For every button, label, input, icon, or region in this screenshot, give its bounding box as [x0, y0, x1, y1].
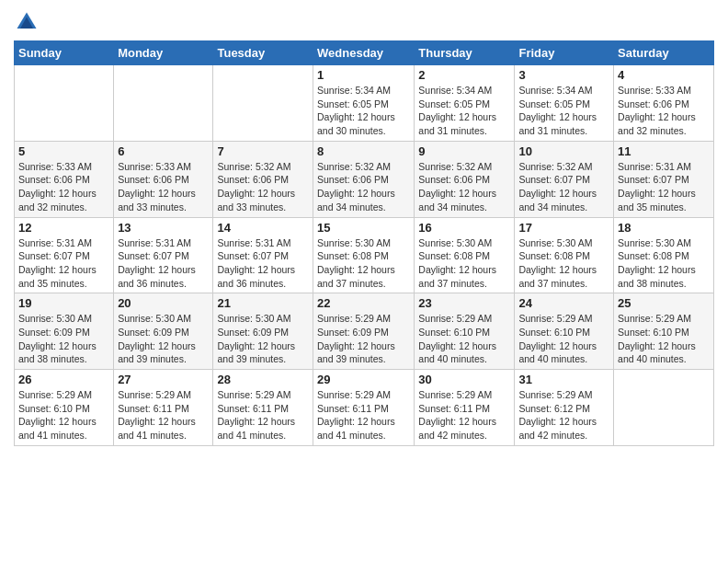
day-info: Sunrise: 5:32 AM Sunset: 6:07 PM Dayligh… — [518, 160, 609, 214]
logo — [14, 9, 43, 35]
day-info: Sunrise: 5:29 AM Sunset: 6:11 PM Dayligh… — [418, 388, 510, 442]
day-info: Sunrise: 5:29 AM Sunset: 6:10 PM Dayligh… — [18, 388, 109, 442]
calendar-cell: 8Sunrise: 5:32 AM Sunset: 6:06 PM Daylig… — [313, 141, 415, 217]
calendar-cell — [614, 370, 714, 446]
day-number: 30 — [418, 373, 510, 386]
day-info: Sunrise: 5:31 AM Sunset: 6:07 PM Dayligh… — [217, 236, 309, 291]
weekday-header-monday: Monday — [114, 41, 213, 65]
calendar-cell: 18Sunrise: 5:30 AM Sunset: 6:08 PM Dayli… — [614, 217, 714, 293]
day-info: Sunrise: 5:30 AM Sunset: 6:08 PM Dayligh… — [618, 236, 710, 291]
calendar-cell: 31Sunrise: 5:29 AM Sunset: 6:12 PM Dayli… — [515, 370, 614, 446]
day-number: 14 — [217, 221, 309, 235]
day-number: 5 — [18, 144, 109, 158]
day-info: Sunrise: 5:29 AM Sunset: 6:11 PM Dayligh… — [317, 388, 410, 442]
day-info: Sunrise: 5:30 AM Sunset: 6:08 PM Dayligh… — [317, 236, 410, 291]
day-info: Sunrise: 5:29 AM Sunset: 6:11 PM Dayligh… — [118, 388, 209, 442]
page-header — [14, 9, 714, 35]
calendar-cell: 6Sunrise: 5:33 AM Sunset: 6:06 PM Daylig… — [114, 141, 213, 217]
day-info: Sunrise: 5:31 AM Sunset: 6:07 PM Dayligh… — [18, 236, 109, 291]
day-info: Sunrise: 5:29 AM Sunset: 6:10 PM Dayligh… — [418, 312, 510, 366]
calendar-cell: 3Sunrise: 5:34 AM Sunset: 6:05 PM Daylig… — [515, 65, 614, 142]
day-number: 18 — [618, 221, 710, 235]
calendar-week-1: 1Sunrise: 5:34 AM Sunset: 6:05 PM Daylig… — [15, 65, 714, 142]
calendar-cell: 22Sunrise: 5:29 AM Sunset: 6:09 PM Dayli… — [313, 293, 415, 370]
calendar-cell — [15, 65, 114, 142]
day-info: Sunrise: 5:30 AM Sunset: 6:08 PM Dayligh… — [518, 236, 609, 291]
calendar-week-3: 12Sunrise: 5:31 AM Sunset: 6:07 PM Dayli… — [15, 217, 714, 293]
day-number: 31 — [518, 373, 609, 386]
calendar-header-row: SundayMondayTuesdayWednesdayThursdayFrid… — [15, 41, 714, 65]
day-info: Sunrise: 5:30 AM Sunset: 6:09 PM Dayligh… — [118, 312, 209, 366]
day-number: 29 — [317, 373, 410, 386]
day-info: Sunrise: 5:29 AM Sunset: 6:10 PM Dayligh… — [618, 312, 710, 366]
calendar-cell: 7Sunrise: 5:32 AM Sunset: 6:06 PM Daylig… — [213, 141, 313, 217]
weekday-header-friday: Friday — [515, 41, 614, 65]
calendar-week-2: 5Sunrise: 5:33 AM Sunset: 6:06 PM Daylig… — [15, 141, 714, 217]
calendar-cell: 10Sunrise: 5:32 AM Sunset: 6:07 PM Dayli… — [515, 141, 614, 217]
day-number: 21 — [217, 296, 309, 310]
weekday-header-wednesday: Wednesday — [313, 41, 415, 65]
calendar-cell — [213, 65, 313, 142]
logo-icon — [14, 9, 40, 35]
day-number: 28 — [217, 373, 309, 386]
day-info: Sunrise: 5:29 AM Sunset: 6:11 PM Dayligh… — [217, 388, 309, 442]
calendar-cell: 30Sunrise: 5:29 AM Sunset: 6:11 PM Dayli… — [415, 370, 515, 446]
calendar-cell: 4Sunrise: 5:33 AM Sunset: 6:06 PM Daylig… — [614, 65, 714, 142]
calendar-cell: 5Sunrise: 5:33 AM Sunset: 6:06 PM Daylig… — [15, 141, 114, 217]
weekday-header-thursday: Thursday — [415, 41, 515, 65]
weekday-header-saturday: Saturday — [614, 41, 714, 65]
calendar-cell: 20Sunrise: 5:30 AM Sunset: 6:09 PM Dayli… — [114, 293, 213, 370]
day-number: 16 — [418, 221, 510, 235]
calendar-cell: 27Sunrise: 5:29 AM Sunset: 6:11 PM Dayli… — [114, 370, 213, 446]
calendar-week-5: 26Sunrise: 5:29 AM Sunset: 6:10 PM Dayli… — [15, 370, 714, 446]
day-info: Sunrise: 5:32 AM Sunset: 6:06 PM Dayligh… — [317, 160, 410, 214]
calendar-cell: 17Sunrise: 5:30 AM Sunset: 6:08 PM Dayli… — [515, 217, 614, 293]
day-number: 26 — [18, 373, 109, 386]
day-number: 6 — [118, 144, 209, 158]
calendar-cell: 1Sunrise: 5:34 AM Sunset: 6:05 PM Daylig… — [313, 65, 415, 142]
day-info: Sunrise: 5:32 AM Sunset: 6:06 PM Dayligh… — [418, 160, 510, 214]
day-number: 24 — [518, 296, 609, 310]
day-number: 7 — [217, 144, 309, 158]
day-info: Sunrise: 5:32 AM Sunset: 6:06 PM Dayligh… — [217, 160, 309, 214]
weekday-header-tuesday: Tuesday — [213, 41, 313, 65]
day-info: Sunrise: 5:30 AM Sunset: 6:08 PM Dayligh… — [418, 236, 510, 291]
calendar-cell — [114, 65, 213, 142]
day-number: 8 — [317, 144, 410, 158]
day-number: 23 — [418, 296, 510, 310]
day-number: 15 — [317, 221, 410, 235]
calendar-cell: 13Sunrise: 5:31 AM Sunset: 6:07 PM Dayli… — [114, 217, 213, 293]
calendar-cell: 16Sunrise: 5:30 AM Sunset: 6:08 PM Dayli… — [415, 217, 515, 293]
day-number: 25 — [618, 296, 710, 310]
day-number: 1 — [317, 68, 410, 82]
day-number: 12 — [18, 221, 109, 235]
day-info: Sunrise: 5:34 AM Sunset: 6:05 PM Dayligh… — [317, 84, 410, 138]
day-info: Sunrise: 5:31 AM Sunset: 6:07 PM Dayligh… — [118, 236, 209, 291]
calendar-cell: 12Sunrise: 5:31 AM Sunset: 6:07 PM Dayli… — [15, 217, 114, 293]
calendar-cell: 14Sunrise: 5:31 AM Sunset: 6:07 PM Dayli… — [213, 217, 313, 293]
day-number: 17 — [518, 221, 609, 235]
weekday-header-sunday: Sunday — [15, 41, 114, 65]
day-number: 13 — [118, 221, 209, 235]
day-info: Sunrise: 5:30 AM Sunset: 6:09 PM Dayligh… — [18, 312, 109, 366]
day-number: 10 — [518, 144, 609, 158]
calendar-cell: 19Sunrise: 5:30 AM Sunset: 6:09 PM Dayli… — [15, 293, 114, 370]
calendar-cell: 15Sunrise: 5:30 AM Sunset: 6:08 PM Dayli… — [313, 217, 415, 293]
day-info: Sunrise: 5:34 AM Sunset: 6:05 PM Dayligh… — [518, 84, 609, 138]
calendar-cell: 24Sunrise: 5:29 AM Sunset: 6:10 PM Dayli… — [515, 293, 614, 370]
day-number: 3 — [518, 68, 609, 82]
calendar-cell: 25Sunrise: 5:29 AM Sunset: 6:10 PM Dayli… — [614, 293, 714, 370]
day-number: 2 — [418, 68, 510, 82]
calendar-body: 1Sunrise: 5:34 AM Sunset: 6:05 PM Daylig… — [15, 65, 714, 446]
day-info: Sunrise: 5:33 AM Sunset: 6:06 PM Dayligh… — [118, 160, 209, 214]
calendar-cell: 26Sunrise: 5:29 AM Sunset: 6:10 PM Dayli… — [15, 370, 114, 446]
calendar-cell: 21Sunrise: 5:30 AM Sunset: 6:09 PM Dayli… — [213, 293, 313, 370]
day-number: 9 — [418, 144, 510, 158]
calendar-cell: 9Sunrise: 5:32 AM Sunset: 6:06 PM Daylig… — [415, 141, 515, 217]
day-number: 4 — [618, 68, 710, 82]
day-info: Sunrise: 5:29 AM Sunset: 6:09 PM Dayligh… — [317, 312, 410, 366]
calendar-cell: 23Sunrise: 5:29 AM Sunset: 6:10 PM Dayli… — [415, 293, 515, 370]
calendar-table: SundayMondayTuesdayWednesdayThursdayFrid… — [14, 40, 714, 446]
day-info: Sunrise: 5:33 AM Sunset: 6:06 PM Dayligh… — [18, 160, 109, 214]
day-number: 22 — [317, 296, 410, 310]
